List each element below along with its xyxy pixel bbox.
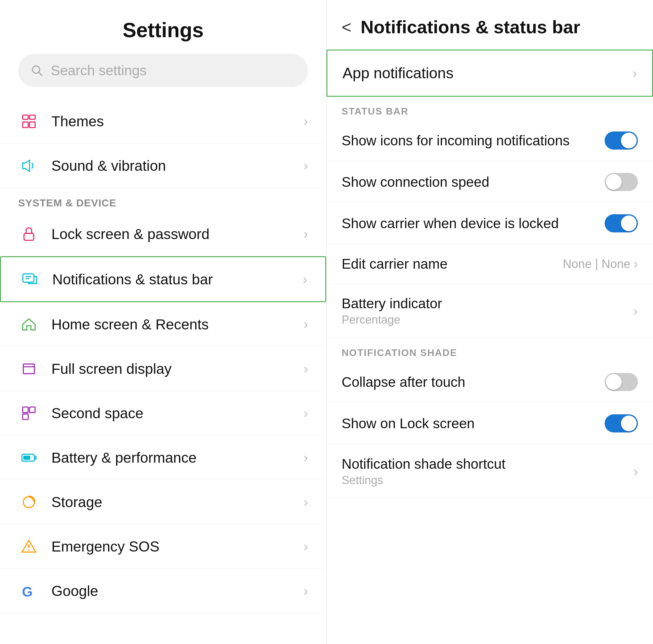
- menu-item-second-space[interactable]: Second space ›: [0, 391, 326, 436]
- battery-indicator-row[interactable]: Battery indicator Percentage ›: [326, 284, 653, 338]
- app-notifications-chevron: ›: [632, 66, 637, 81]
- toggle-knob-2: [606, 174, 622, 190]
- svg-rect-8: [23, 274, 34, 282]
- themes-label: Themes: [51, 113, 304, 130]
- svg-line-1: [39, 72, 42, 75]
- toggle-knob-3: [621, 216, 637, 231]
- battery-chevron: ›: [304, 450, 308, 465]
- edit-carrier-chevron: ›: [633, 256, 638, 271]
- show-icons-label: Show icons for incoming notifications: [342, 132, 605, 149]
- svg-point-22: [28, 549, 30, 551]
- status-bar-header: STATUS BAR: [326, 97, 653, 120]
- svg-text:G: G: [22, 584, 33, 599]
- right-panel-title: Notifications & status bar: [361, 17, 580, 38]
- storage-icon: [18, 491, 39, 513]
- notification-shade-shortcut-row[interactable]: Notification shade shortcut Settings ›: [326, 444, 653, 499]
- menu-item-google[interactable]: G Google ›: [0, 569, 326, 613]
- edit-carrier-row[interactable]: Edit carrier name None | None ›: [326, 244, 653, 284]
- search-placeholder: Search settings: [51, 62, 147, 79]
- battery-indicator-sublabel: Percentage: [342, 314, 633, 326]
- search-bar[interactable]: Search settings: [18, 54, 308, 87]
- right-header: < Notifications & status bar: [326, 0, 653, 50]
- lock-screen-chevron: ›: [304, 226, 308, 242]
- emergency-icon: [18, 536, 39, 557]
- menu-section-top: Themes › Sound & vibration ›: [0, 99, 326, 188]
- show-connection-content: Show connection speed: [342, 174, 605, 190]
- show-icons-content: Show icons for incoming notifications: [342, 132, 605, 149]
- toggle-knob-4: [606, 374, 622, 390]
- google-icon: G: [18, 580, 39, 601]
- fullscreen-icon: [18, 358, 39, 379]
- menu-item-emergency-sos[interactable]: Emergency SOS ›: [0, 524, 326, 569]
- shade-shortcut-sublabel: Settings: [342, 474, 633, 487]
- svg-rect-11: [23, 364, 34, 373]
- themes-icon: [18, 110, 39, 132]
- show-lock-label: Show on Lock screen: [342, 415, 605, 431]
- emergency-chevron: ›: [304, 539, 308, 554]
- show-lock-screen-row[interactable]: Show on Lock screen: [326, 403, 653, 444]
- show-connection-label: Show connection speed: [342, 174, 605, 190]
- battery-indicator-label: Battery indicator: [342, 295, 633, 312]
- shade-shortcut-label: Notification shade shortcut: [342, 456, 633, 472]
- shade-shortcut-chevron: ›: [633, 464, 638, 479]
- show-connection-row[interactable]: Show connection speed: [326, 162, 653, 203]
- show-carrier-toggle[interactable]: [605, 214, 638, 232]
- show-lock-content: Show on Lock screen: [342, 415, 605, 431]
- sound-label: Sound & vibration: [51, 157, 304, 174]
- lock-screen-label: Lock screen & password: [51, 226, 304, 242]
- collapse-content: Collapse after touch: [342, 374, 605, 390]
- svg-rect-14: [29, 407, 35, 412]
- menu-item-storage[interactable]: Storage ›: [0, 480, 326, 524]
- right-panel: < Notifications & status bar App notific…: [326, 0, 653, 644]
- second-space-chevron: ›: [304, 405, 308, 421]
- notifications-label: Notifications & status bar: [52, 271, 303, 288]
- sound-icon: [18, 155, 39, 176]
- show-carrier-content: Show carrier when device is locked: [342, 215, 605, 231]
- notification-shade-section: NOTIFICATION SHADE Collapse after touch …: [326, 338, 653, 499]
- menu-item-sound[interactable]: Sound & vibration ›: [0, 144, 326, 188]
- show-carrier-row[interactable]: Show carrier when device is locked: [326, 203, 653, 244]
- menu-item-home-screen[interactable]: Home screen & Recents ›: [0, 302, 326, 347]
- menu-item-themes[interactable]: Themes ›: [0, 99, 326, 144]
- collapse-after-touch-row[interactable]: Collapse after touch: [326, 362, 653, 403]
- show-lock-toggle[interactable]: [605, 414, 638, 432]
- edit-carrier-content: Edit carrier name: [342, 256, 563, 272]
- show-connection-toggle[interactable]: [605, 173, 638, 191]
- sound-chevron: ›: [304, 158, 308, 173]
- second-space-icon: [18, 402, 39, 424]
- svg-rect-5: [29, 122, 35, 127]
- svg-rect-3: [29, 115, 35, 119]
- left-header: Settings Search settings: [0, 0, 326, 99]
- home-icon: [18, 314, 39, 335]
- svg-rect-13: [22, 407, 28, 412]
- show-icons-row[interactable]: Show icons for incoming notifications: [326, 120, 653, 162]
- svg-rect-18: [23, 455, 30, 460]
- status-bar-section: STATUS BAR Show icons for incoming notif…: [326, 97, 653, 338]
- app-notifications-label: App notifications: [342, 65, 632, 82]
- back-button[interactable]: <: [342, 17, 352, 37]
- google-label: Google: [51, 583, 304, 599]
- left-title: Settings: [18, 18, 308, 42]
- edit-carrier-label: Edit carrier name: [342, 256, 563, 272]
- left-panel: Settings Search settings Themes: [0, 0, 326, 644]
- notification-shade-header: NOTIFICATION SHADE: [326, 338, 653, 362]
- svg-marker-6: [22, 160, 29, 171]
- notifications-chevron: ›: [303, 272, 307, 287]
- svg-rect-15: [22, 414, 28, 419]
- show-icons-toggle[interactable]: [605, 131, 638, 150]
- menu-item-full-screen[interactable]: Full screen display ›: [0, 347, 326, 391]
- shade-shortcut-content: Notification shade shortcut Settings: [342, 456, 633, 487]
- collapse-toggle[interactable]: [605, 373, 638, 391]
- search-icon: [30, 64, 44, 77]
- svg-rect-2: [22, 115, 28, 119]
- battery-indicator-content: Battery indicator Percentage: [342, 295, 633, 326]
- full-screen-label: Full screen display: [51, 361, 304, 377]
- lock-icon: [18, 223, 39, 245]
- home-screen-chevron: ›: [304, 317, 308, 332]
- app-notifications-row[interactable]: App notifications ›: [326, 50, 653, 97]
- menu-item-battery[interactable]: Battery & performance ›: [0, 436, 326, 480]
- toggle-knob-5: [621, 416, 637, 431]
- show-carrier-label: Show carrier when device is locked: [342, 215, 605, 231]
- menu-item-notifications[interactable]: Notifications & status bar ›: [0, 256, 326, 302]
- menu-item-lock-screen[interactable]: Lock screen & password ›: [0, 212, 326, 256]
